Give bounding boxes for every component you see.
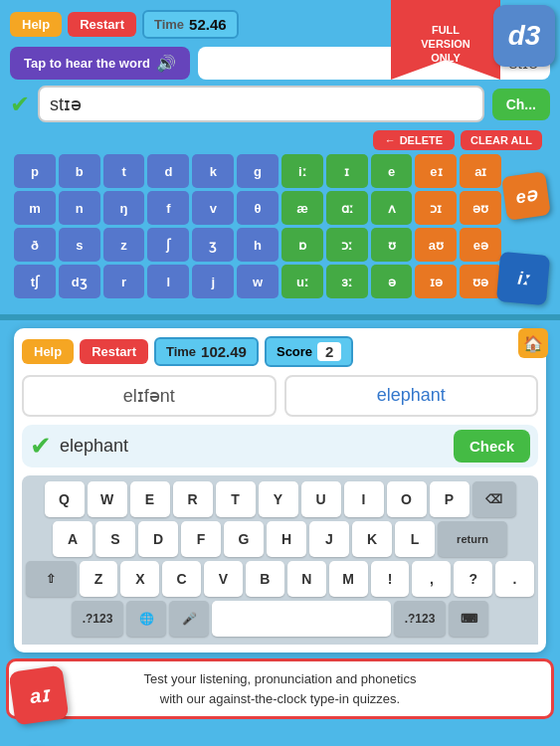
key-O[interactable]: O (387, 481, 427, 517)
ph-key-zh[interactable]: ʒ (192, 228, 234, 262)
ph-key-k[interactable]: k (192, 154, 234, 188)
ph-key-er[interactable]: ɜː (326, 265, 368, 298)
ph-key-ae[interactable]: æ (281, 191, 323, 225)
ph-key-dz[interactable]: dʒ (59, 265, 100, 298)
ph-key-schwa[interactable]: ə (371, 265, 413, 298)
ph-key-ua[interactable]: ʊə (460, 265, 501, 298)
key-F[interactable]: F (181, 521, 221, 557)
key-V[interactable]: V (204, 561, 243, 597)
ph-key-b[interactable]: b (59, 154, 100, 188)
ph-key-t[interactable]: t (103, 154, 145, 188)
shift-key[interactable]: ⇧ (26, 561, 77, 597)
ph-key-f[interactable]: f (147, 191, 189, 225)
key-K[interactable]: K (352, 521, 392, 557)
home-button[interactable]: 🏠 (518, 328, 548, 358)
space-key[interactable] (212, 601, 391, 637)
key-comma[interactable]: , (412, 561, 451, 597)
key-E[interactable]: E (130, 481, 170, 517)
key-period[interactable]: . (495, 561, 534, 597)
clear-all-button[interactable]: CLEAR ALL (461, 130, 542, 150)
key-I[interactable]: I (344, 481, 384, 517)
ph-key-v[interactable]: v (192, 191, 234, 225)
key-W[interactable]: W (88, 481, 127, 517)
key-H[interactable]: H (267, 521, 306, 557)
word-input-top[interactable] (38, 86, 484, 122)
ph-key-n[interactable]: n (59, 191, 100, 225)
tap-to-hear-button[interactable]: Tap to hear the word 🔊 (10, 47, 190, 80)
ph-key-ii[interactable]: iː (281, 154, 323, 188)
ph-key-aa[interactable]: ɑː (326, 191, 368, 225)
key-A[interactable]: A (53, 521, 93, 557)
ph-key-oi[interactable]: ɔɪ (415, 191, 457, 225)
ph-key-hook-u[interactable]: ʊ (371, 228, 413, 262)
restart-button-bottom[interactable]: Restart (80, 339, 148, 364)
backspace-key[interactable]: ⌫ (472, 481, 516, 517)
ph-key-ia[interactable]: ɪə (415, 265, 457, 298)
word-input-bottom[interactable] (60, 436, 446, 457)
key-S[interactable]: S (95, 521, 135, 557)
ph-key-r[interactable]: r (103, 265, 145, 298)
key-U[interactable]: U (301, 481, 341, 517)
num-key-right[interactable]: .?123 (394, 601, 446, 637)
ph-key-w[interactable]: w (237, 265, 279, 298)
key-X[interactable]: X (120, 561, 159, 597)
key-P[interactable]: P (430, 481, 469, 517)
key-J[interactable]: J (309, 521, 349, 557)
mic-key[interactable]: 🎤 (169, 601, 209, 637)
key-C[interactable]: C (162, 561, 201, 597)
ph-key-ng[interactable]: ŋ (103, 191, 145, 225)
ph-key-ou[interactable]: əʊ (460, 191, 501, 225)
ph-key-l[interactable]: l (147, 265, 189, 298)
check-button-bottom[interactable]: Check (454, 430, 530, 463)
key-Q[interactable]: Q (45, 481, 85, 517)
floating-tile-ir[interactable]: iː (496, 252, 550, 305)
ph-key-ei[interactable]: eɪ (415, 154, 457, 188)
key-question[interactable]: ? (454, 561, 492, 597)
time-value-top: 52.46 (189, 16, 227, 33)
ph-key-g[interactable]: g (237, 154, 279, 188)
key-exclaim[interactable]: ! (371, 561, 410, 597)
ph-key-ch[interactable]: tʃ (14, 265, 56, 298)
key-Y[interactable]: Y (259, 481, 298, 517)
time-display-top: Time 52.46 (142, 10, 239, 39)
ph-key-s[interactable]: s (59, 228, 100, 262)
key-Z[interactable]: Z (80, 561, 118, 597)
ph-key-h[interactable]: h (237, 228, 279, 262)
ph-key-d[interactable]: d (147, 154, 189, 188)
floating-tile-ea[interactable]: eə (501, 171, 551, 221)
key-R[interactable]: R (173, 481, 213, 517)
delete-button[interactable]: ← DELETE (373, 130, 455, 150)
help-button-top[interactable]: Help (10, 12, 62, 37)
ph-key-eth[interactable]: ð (14, 228, 56, 262)
ph-key-I[interactable]: ɪ (326, 154, 368, 188)
key-G[interactable]: G (224, 521, 264, 557)
ph-key-sh[interactable]: ʃ (147, 228, 189, 262)
globe-key[interactable]: 🌐 (126, 601, 166, 637)
check-button-top[interactable]: Ch... (492, 89, 550, 120)
ph-key-uu[interactable]: uː (281, 265, 323, 298)
key-T[interactable]: T (216, 481, 256, 517)
ph-key-m[interactable]: m (14, 191, 56, 225)
restart-button-top[interactable]: Restart (68, 12, 136, 37)
ph-key-p[interactable]: p (14, 154, 56, 188)
ph-key-oo[interactable]: ɔː (326, 228, 368, 262)
ph-key-ea[interactable]: eə (460, 228, 501, 262)
key-B[interactable]: B (246, 561, 284, 597)
ph-key-j[interactable]: j (192, 265, 234, 298)
ph-key-o[interactable]: ɒ (281, 228, 323, 262)
num-key-left[interactable]: .?123 (72, 601, 123, 637)
keyboard-key[interactable]: ⌨ (449, 601, 488, 637)
key-N[interactable]: N (287, 561, 326, 597)
ph-key-wedge[interactable]: ʌ (371, 191, 413, 225)
ph-key-au[interactable]: aʊ (415, 228, 457, 262)
ph-key-e[interactable]: e (371, 154, 413, 188)
floating-tile-ai[interactable]: aɪ (9, 665, 70, 726)
key-M[interactable]: M (329, 561, 368, 597)
key-L[interactable]: L (395, 521, 435, 557)
help-button-bottom[interactable]: Help (22, 339, 74, 364)
ph-key-z[interactable]: z (103, 228, 145, 262)
ph-key-th-voiced[interactable]: θ (237, 191, 279, 225)
ph-key-ai[interactable]: aɪ (460, 154, 501, 188)
return-key[interactable]: return (438, 521, 507, 557)
key-D[interactable]: D (138, 521, 178, 557)
